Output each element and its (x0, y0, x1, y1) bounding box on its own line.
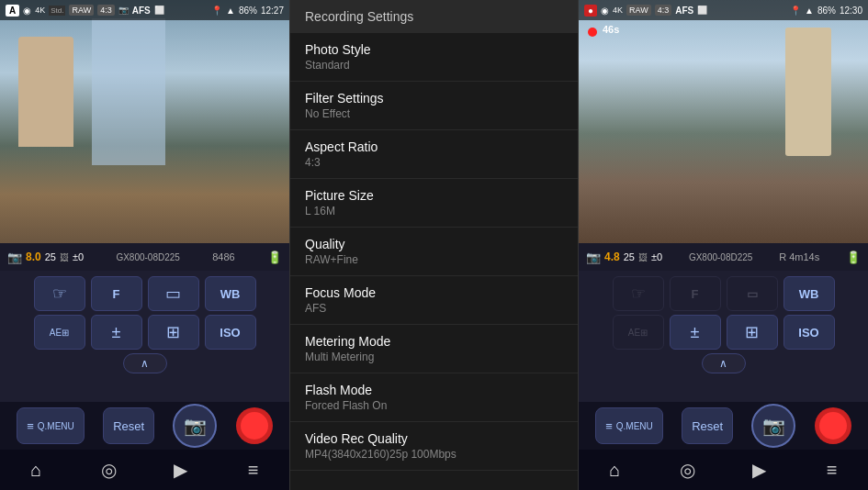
right-scene (579, 0, 868, 243)
expand-btn[interactable]: ∧ (123, 353, 167, 373)
settings-item-7[interactable]: Flash Mode Forced Flash On (290, 373, 578, 422)
frame-btn[interactable]: ▭ (148, 276, 199, 311)
middle-panel: Recording Settings Photo Style Standard … (289, 0, 579, 490)
right-expand-btn[interactable]: ∧ (702, 353, 746, 373)
settings-item-label-1: Filter Settings (305, 91, 563, 106)
touch-af-btn[interactable]: ☞ (34, 276, 85, 311)
settings-item-value-7: Forced Flash On (305, 399, 563, 412)
iso-btn[interactable]: ISO (205, 315, 256, 350)
circle-icon: ◉ (23, 6, 31, 16)
right-reset-btn[interactable]: Reset (682, 407, 733, 444)
left-status-bar: A ◉ 4K Std. RAW 4:3 📷 AFS ⬜ 📍 ▲ 86% 12:2… (0, 0, 289, 20)
nav-play[interactable]: ▶ (158, 451, 204, 488)
right-ev-btn[interactable]: ± (670, 315, 721, 350)
right-camera-view: 46s ● ◉ 4K RAW 4:3 AFS ⬜ 📍 ▲ 86% 12:30 (579, 0, 868, 243)
right-nav-play[interactable]: ▶ (737, 451, 783, 488)
ratio-icon: 4:3 (97, 5, 115, 16)
settings-list: Photo Style Standard Filter Settings No … (290, 33, 578, 490)
video-badge: 4K (35, 6, 45, 15)
settings-item-4[interactable]: Quality RAW+Fine (290, 228, 578, 276)
f-btn[interactable]: F (91, 276, 142, 311)
settings-item-value-3: L 16M (305, 205, 563, 217)
afs-label: AFS (132, 6, 151, 16)
signal-icon: ▲ (226, 6, 235, 16)
raw-icon: RAW (69, 5, 94, 16)
ev-value: ±0 (73, 251, 84, 262)
right-nav-menu[interactable]: ≡ (809, 451, 855, 488)
reset-btn[interactable]: Reset (103, 407, 154, 444)
wb-btn[interactable]: WB (205, 276, 256, 311)
settings-item-label-6: Metering Mode (305, 334, 563, 349)
settings-item-label-5: Focus Mode (305, 285, 563, 300)
shutter-btn[interactable]: 📷 (173, 404, 217, 448)
settings-item-label-4: Quality (305, 237, 563, 251)
frame-count: 8486 (212, 251, 234, 262)
right-aperture-value: 4.8 (604, 251, 620, 263)
settings-item-value-1: No Effect (305, 107, 563, 120)
nav-wifi[interactable]: ◎ (85, 451, 131, 488)
record-inner (241, 412, 268, 440)
settings-item-3[interactable]: Picture Size L 16M (290, 179, 578, 228)
settings-item-label-0: Photo Style (305, 42, 563, 57)
right-frame-btn: ▭ (727, 276, 778, 311)
right-camera-icon-strip: 📷 (586, 251, 601, 264)
ev-btn[interactable]: ± (91, 315, 142, 350)
right-controls-row-2: AE⊞ ± ⊞ ISO (586, 315, 861, 350)
settings-item-5[interactable]: Focus Mode AFS (290, 276, 578, 325)
settings-item-1[interactable]: Filter Settings No Effect (290, 82, 578, 130)
aperture-value: 8.0 (26, 251, 41, 263)
battery-icon: 🔋 (267, 251, 282, 264)
right-iso-btn[interactable]: ISO (783, 315, 835, 350)
right-record-btn[interactable] (815, 407, 851, 444)
right-grid-btn[interactable]: ⊞ (727, 315, 778, 350)
right-ev-icon: 🖼 (638, 252, 648, 262)
right-shutter-btn[interactable]: 📷 (751, 404, 795, 448)
record-btn[interactable] (236, 407, 273, 444)
battery-pct: 86% (239, 6, 257, 16)
nav-home[interactable]: ⌂ (13, 451, 59, 488)
settings-item-0[interactable]: Photo Style Standard (290, 33, 578, 82)
right-controls-grid: ☞ F ▭ WB AE⊞ ± ⊞ ISO ∧ (579, 271, 868, 402)
settings-item-label-8: Video Rec Quality (305, 431, 563, 446)
settings-item-value-0: Standard (305, 59, 563, 72)
photo-icon: 📷 (118, 6, 129, 15)
settings-title: Recording Settings (305, 9, 413, 24)
right-wb-btn[interactable]: WB (783, 276, 835, 311)
location-icon: 📍 (211, 6, 222, 16)
right-nav-home[interactable]: ⌂ (592, 451, 637, 488)
right-bottom-bar: ≡ Q.MENU Reset 📷 (579, 402, 868, 450)
qmenu-label: Q.MENU (38, 421, 74, 431)
time-display: 12:27 (261, 6, 284, 16)
left-scene (0, 0, 289, 243)
right-circle-icon: ◉ (601, 6, 609, 16)
right-model-label: GX800-08D225 (689, 252, 753, 262)
settings-item-6[interactable]: Metering Mode Multi Metering (290, 325, 578, 373)
settings-item-8[interactable]: Video Rec Quality MP4(3840x2160)25p 100M… (290, 422, 578, 471)
settings-item-value-4: RAW+Fine (305, 253, 563, 266)
qmenu-btn[interactable]: ≡ Q.MENU (17, 407, 85, 444)
settings-item-value-6: Multi Metering (305, 351, 563, 363)
right-mode-badge: ● (584, 5, 597, 17)
right-signal-icon: ▲ (805, 6, 814, 16)
right-afs-label: AFS (675, 6, 693, 16)
status-right-icons: 📍 ▲ 86% 12:27 (211, 6, 284, 16)
grid-btn[interactable]: ⊞ (148, 315, 199, 350)
right-panel: 46s ● ◉ 4K RAW 4:3 AFS ⬜ 📍 ▲ 86% 12:30 📷 (579, 0, 868, 490)
recording-dot (588, 28, 597, 37)
right-nav-wifi[interactable]: ◎ (664, 451, 710, 488)
right-status-right: 📍 ▲ 86% 12:30 (790, 6, 862, 16)
settings-item-label-2: Aspect Ratio (305, 139, 563, 154)
ae-btn[interactable]: AE⊞ (34, 315, 85, 350)
status-left-icons: A ◉ 4K Std. RAW 4:3 📷 AFS ⬜ (6, 5, 164, 17)
right-touch-af-btn: ☞ (613, 276, 664, 311)
remaining-time: R 4m14s (779, 251, 819, 262)
left-controls-row-2: AE⊞ ± ⊞ ISO (7, 315, 282, 350)
right-ev-value: ±0 (651, 251, 662, 262)
right-shutter-value: 25 (624, 251, 635, 262)
settings-item-2[interactable]: Aspect Ratio 4:3 (290, 130, 578, 179)
nav-menu[interactable]: ≡ (231, 451, 276, 488)
right-qmenu-btn[interactable]: ≡ Q.MENU (595, 407, 663, 444)
settings-item-value-5: AFS (305, 302, 563, 315)
left-controls-grid: ☞ F ▭ WB AE⊞ ± ⊞ ISO ∧ (0, 271, 289, 402)
camera-icon-strip: 📷 (7, 251, 22, 264)
